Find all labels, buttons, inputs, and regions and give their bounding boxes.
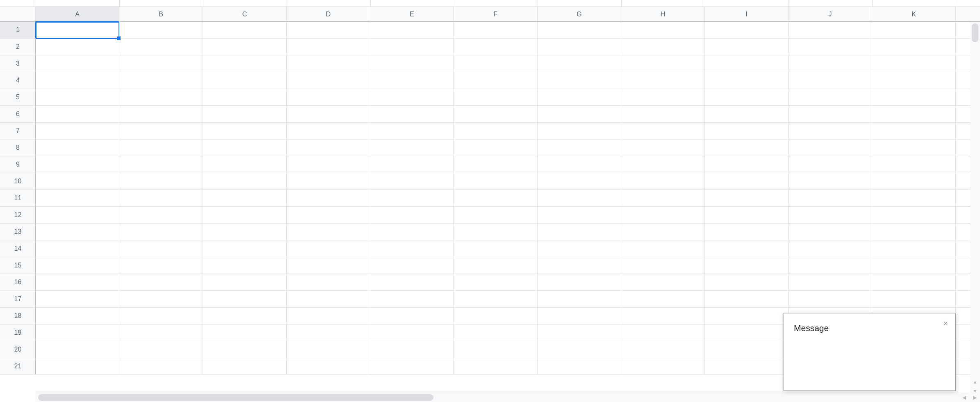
cell[interactable] xyxy=(872,274,956,291)
cell[interactable] xyxy=(538,308,621,324)
cell[interactable] xyxy=(36,358,119,375)
cell[interactable] xyxy=(370,22,454,39)
row-header-4[interactable]: 4 xyxy=(0,72,36,89)
cell[interactable] xyxy=(36,22,119,39)
cell[interactable] xyxy=(119,156,203,173)
cell[interactable] xyxy=(789,72,872,89)
row-header-6[interactable]: 6 xyxy=(0,106,36,123)
cell[interactable] xyxy=(705,173,789,190)
cell[interactable] xyxy=(621,173,705,190)
col-header-D[interactable]: D xyxy=(287,7,370,22)
cell[interactable] xyxy=(119,106,203,123)
cell[interactable] xyxy=(454,22,538,39)
cell[interactable] xyxy=(370,291,454,308)
cell[interactable] xyxy=(119,291,203,308)
cell[interactable] xyxy=(621,240,705,257)
cell[interactable] xyxy=(287,240,370,257)
cell[interactable] xyxy=(36,207,119,224)
cell[interactable] xyxy=(119,240,203,257)
row-header-17[interactable]: 17 xyxy=(0,291,36,308)
cell[interactable] xyxy=(36,156,119,173)
row-header-14[interactable]: 14 xyxy=(0,240,36,257)
row-header-18[interactable]: 18 xyxy=(0,308,36,324)
cell[interactable] xyxy=(119,123,203,139)
cell[interactable] xyxy=(287,190,370,207)
cell[interactable] xyxy=(789,240,872,257)
cell[interactable] xyxy=(705,224,789,240)
cell[interactable] xyxy=(36,106,119,123)
cell[interactable] xyxy=(370,123,454,139)
row-header-15[interactable]: 15 xyxy=(0,257,36,274)
cell[interactable] xyxy=(454,341,538,358)
cell[interactable] xyxy=(705,274,789,291)
close-icon[interactable]: × xyxy=(941,319,950,327)
cell[interactable] xyxy=(454,173,538,190)
cell[interactable] xyxy=(119,55,203,72)
cell[interactable] xyxy=(203,324,287,341)
horizontal-scrollbar[interactable] xyxy=(36,393,959,402)
scroll-left-icon[interactable]: ◀ xyxy=(959,393,969,402)
cell[interactable] xyxy=(203,308,287,324)
cell[interactable] xyxy=(119,139,203,156)
cell[interactable] xyxy=(872,72,956,89)
cell[interactable] xyxy=(789,156,872,173)
col-header-H[interactable]: H xyxy=(621,7,705,22)
cell[interactable] xyxy=(287,274,370,291)
select-all-corner[interactable] xyxy=(0,7,36,22)
cell[interactable] xyxy=(203,156,287,173)
cell[interactable] xyxy=(621,89,705,106)
cell[interactable] xyxy=(287,257,370,274)
cell[interactable] xyxy=(872,22,956,39)
cell[interactable] xyxy=(789,173,872,190)
cell[interactable] xyxy=(119,89,203,106)
cell[interactable] xyxy=(621,190,705,207)
cell[interactable] xyxy=(287,224,370,240)
row-header-2[interactable]: 2 xyxy=(0,39,36,55)
cell[interactable] xyxy=(203,240,287,257)
cell[interactable] xyxy=(203,173,287,190)
cell[interactable] xyxy=(287,106,370,123)
cell[interactable] xyxy=(454,139,538,156)
cell[interactable] xyxy=(119,274,203,291)
cell[interactable] xyxy=(872,240,956,257)
scroll-down-icon[interactable]: ▼ xyxy=(970,386,980,395)
cell[interactable] xyxy=(621,274,705,291)
cell[interactable] xyxy=(119,358,203,375)
cell[interactable] xyxy=(370,89,454,106)
cell[interactable] xyxy=(872,89,956,106)
col-header-I[interactable]: I xyxy=(705,7,789,22)
cell[interactable] xyxy=(538,89,621,106)
cell[interactable] xyxy=(705,324,789,341)
cell[interactable] xyxy=(789,274,872,291)
cell[interactable] xyxy=(36,123,119,139)
cell[interactable] xyxy=(454,224,538,240)
cell[interactable] xyxy=(454,274,538,291)
cell[interactable] xyxy=(872,173,956,190)
cell[interactable] xyxy=(872,291,956,308)
row-header-20[interactable]: 20 xyxy=(0,341,36,358)
cell[interactable] xyxy=(203,123,287,139)
cell[interactable] xyxy=(789,89,872,106)
cell[interactable] xyxy=(789,190,872,207)
cell[interactable] xyxy=(287,89,370,106)
cell[interactable] xyxy=(287,207,370,224)
cell[interactable] xyxy=(287,358,370,375)
cell[interactable] xyxy=(538,341,621,358)
cell[interactable] xyxy=(36,291,119,308)
cell[interactable] xyxy=(621,106,705,123)
cell[interactable] xyxy=(454,190,538,207)
col-header-B[interactable]: B xyxy=(119,7,203,22)
cell[interactable] xyxy=(538,324,621,341)
cell[interactable] xyxy=(370,39,454,55)
cell[interactable] xyxy=(287,308,370,324)
col-header-C[interactable]: C xyxy=(203,7,287,22)
row-header-7[interactable]: 7 xyxy=(0,123,36,139)
cell[interactable] xyxy=(621,257,705,274)
cell[interactable] xyxy=(872,39,956,55)
cell[interactable] xyxy=(454,308,538,324)
cell[interactable] xyxy=(621,55,705,72)
cell[interactable] xyxy=(454,55,538,72)
cell[interactable] xyxy=(705,257,789,274)
cell[interactable] xyxy=(789,55,872,72)
cell[interactable] xyxy=(287,55,370,72)
